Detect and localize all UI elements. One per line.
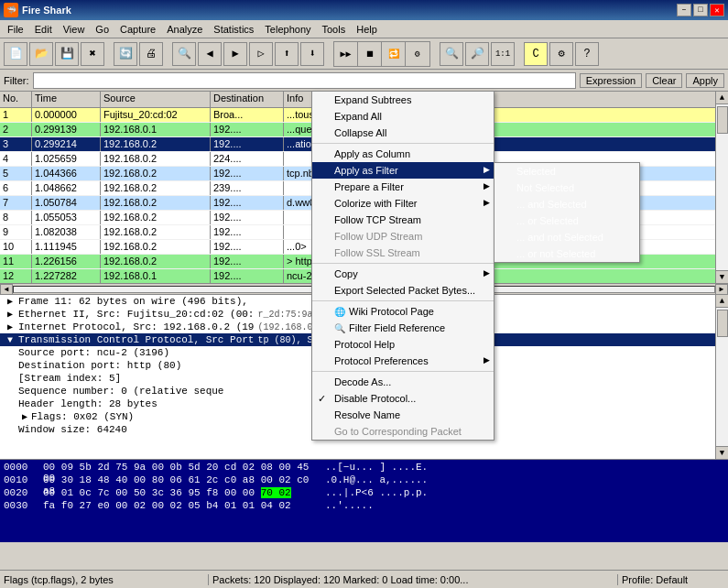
ctx-apply-as-column[interactable]: Apply as Column	[312, 146, 494, 162]
hex-ascii: .0.H@... a,......	[325, 474, 428, 487]
ctx-protocol-prefs[interactable]: Protocol Preferences	[312, 353, 494, 369]
minimize-button[interactable]: –	[677, 4, 691, 16]
ctx-prepare-filter[interactable]: Prepare a Filter	[312, 179, 494, 195]
hscroll-left[interactable]: ◀	[0, 284, 13, 295]
ctx-follow-tcp[interactable]: Follow TCP Stream	[312, 212, 494, 228]
detail-scroll-thumb[interactable]	[717, 310, 728, 337]
cell-no: 11	[0, 255, 32, 268]
ctx-decode-as[interactable]: Decode As...	[312, 374, 494, 390]
help-btn[interactable]: ?	[575, 42, 599, 66]
hex-row: 0000 00 09 5b 2d 75 9a 00 0b 5d 20 cd 02…	[4, 462, 724, 474]
prefs-btn[interactable]: ⚙	[549, 42, 573, 66]
ctx-filter-field-ref[interactable]: 🔍Filter Field Reference	[312, 320, 494, 336]
detail-text: [Stream index: 5]	[18, 373, 121, 384]
ctx-colorize-filter[interactable]: Colorize with Filter	[312, 195, 494, 212]
scroll-track[interactable]	[716, 104, 728, 270]
ctx-resolve-name[interactable]: Resolve Name	[312, 407, 494, 423]
ctx-copy[interactable]: Copy	[312, 266, 494, 282]
zoom-in-btn[interactable]: 🔍	[440, 42, 463, 66]
reload-btn[interactable]: 🔄	[114, 42, 137, 66]
menu-tools[interactable]: Tools	[317, 22, 352, 37]
ctx-filter-or-selected[interactable]: ... or Selected	[494, 212, 639, 229]
expand-icon[interactable]: ▼	[4, 335, 16, 345]
capture-options-btn[interactable]: ⚙	[406, 42, 429, 66]
menu-analyze[interactable]: Analyze	[161, 22, 208, 37]
cell-no: 3	[0, 137, 32, 151]
hex-ascii: ...|.P<6 ....p.p.	[325, 487, 428, 500]
ctx-collapse-all[interactable]: Collapse All	[312, 125, 494, 141]
menu-edit[interactable]: Edit	[29, 22, 58, 37]
col-header-no[interactable]: No.	[0, 92, 32, 107]
ctx-protocol-help[interactable]: Protocol Help	[312, 336, 494, 353]
ctx-expand-all[interactable]: Expand All	[312, 108, 494, 125]
down-btn[interactable]: ⬇	[300, 42, 324, 66]
menu-view[interactable]: View	[58, 22, 91, 37]
col-header-src[interactable]: Source	[101, 92, 211, 107]
menu-capture[interactable]: Capture	[114, 22, 161, 37]
menu-telephony[interactable]: Telephony	[259, 22, 316, 37]
expression-button[interactable]: Expression	[580, 73, 642, 88]
color-rules-btn[interactable]: C	[524, 42, 548, 66]
scroll-thumb[interactable]	[717, 106, 728, 134]
cell-no: 12	[0, 269, 32, 283]
col-header-dst[interactable]: Destination	[211, 92, 284, 107]
cell-src: 192.168.0.2	[101, 225, 211, 239]
next-btn[interactable]: ▶	[223, 42, 247, 66]
prev-btn[interactable]: ◀	[198, 42, 222, 66]
expand-icon[interactable]: ▶	[18, 411, 31, 422]
menu-file[interactable]: File	[2, 22, 29, 37]
zoom-normal-btn[interactable]: 1:1	[491, 42, 515, 66]
print-btn[interactable]: 🖨	[139, 42, 163, 66]
cell-dst: 239....	[211, 181, 284, 195]
ctx-export-bytes[interactable]: Export Selected Packet Bytes...	[312, 282, 494, 299]
ctx-filter-and-selected[interactable]: ... and Selected	[494, 196, 639, 212]
new-btn[interactable]: 📄	[4, 42, 27, 66]
cell-src: 192.168.0.2	[101, 152, 211, 166]
find-btn[interactable]: 🔍	[172, 42, 196, 66]
clear-button[interactable]: Clear	[646, 73, 682, 88]
ctx-wiki-protocol[interactable]: 🌐Wiki Protocol Page	[312, 303, 494, 320]
menu-help[interactable]: Help	[351, 22, 383, 37]
scroll-down[interactable]: ▼	[716, 270, 728, 283]
zoom-out-btn[interactable]: 🔎	[465, 42, 489, 66]
expand-icon[interactable]: ▶	[4, 309, 16, 320]
detail-scroll-track[interactable]	[716, 308, 728, 446]
capture-start-btn[interactable]: ▶▶	[334, 42, 358, 66]
packet-list-scrollbar[interactable]: ▲ ▼	[715, 92, 728, 283]
ctx-expand-subtrees[interactable]: Expand Subtrees	[312, 92, 494, 108]
detail-text: Flags: 0x02 (SYN)	[31, 411, 134, 422]
detail-scroll-up[interactable]: ▲	[716, 295, 728, 308]
ctx-disable-protocol[interactable]: Disable Protocol...	[312, 390, 494, 407]
close-capture-btn[interactable]: ✖	[81, 42, 104, 66]
expand-icon[interactable]: ▶	[4, 296, 16, 307]
wiki-icon: 🌐	[334, 307, 345, 317]
ctx-filter-and-not-selected[interactable]: ... and not Selected	[494, 229, 639, 245]
up-btn[interactable]: ⬆	[275, 42, 299, 66]
ctx-apply-as-filter[interactable]: Apply as Filter Selected Not Selected ..…	[312, 162, 494, 179]
filter-input[interactable]	[33, 72, 576, 89]
ctx-follow-ssl: Follow SSL Stream	[312, 245, 494, 261]
capture-restart-btn[interactable]: 🔁	[382, 42, 406, 66]
cell-no: 2	[0, 123, 32, 136]
ctx-filter-not-selected[interactable]: Not Selected	[494, 180, 639, 196]
go-btn[interactable]: ▷	[249, 42, 273, 66]
detail-scroll-down[interactable]: ▼	[716, 446, 728, 459]
ctx-filter-selected[interactable]: Selected	[494, 163, 639, 180]
menu-statistics[interactable]: Statistics	[208, 22, 259, 37]
capture-stop-btn[interactable]: ⏹	[358, 42, 382, 66]
save-btn[interactable]: 💾	[55, 42, 79, 66]
ctx-filter-or-not-selected[interactable]: ... or not Selected	[494, 245, 639, 262]
ctx-sep-3	[312, 300, 494, 301]
open-btn[interactable]: 📂	[29, 42, 53, 66]
hscroll-right[interactable]: ▶	[715, 284, 728, 295]
close-button[interactable]: ✕	[710, 4, 724, 16]
col-header-time[interactable]: Time	[32, 92, 101, 107]
detail-pane-scrollbar[interactable]: ▲ ▼	[715, 295, 728, 459]
cell-time: 1.055053	[32, 211, 101, 224]
apply-button[interactable]: Apply	[686, 73, 724, 88]
menu-go[interactable]: Go	[90, 22, 114, 37]
cell-src: 192.168.0.2	[101, 137, 211, 151]
maximize-button[interactable]: □	[693, 4, 708, 16]
expand-icon[interactable]: ▶	[4, 321, 16, 332]
scroll-up[interactable]: ▲	[716, 92, 728, 104]
